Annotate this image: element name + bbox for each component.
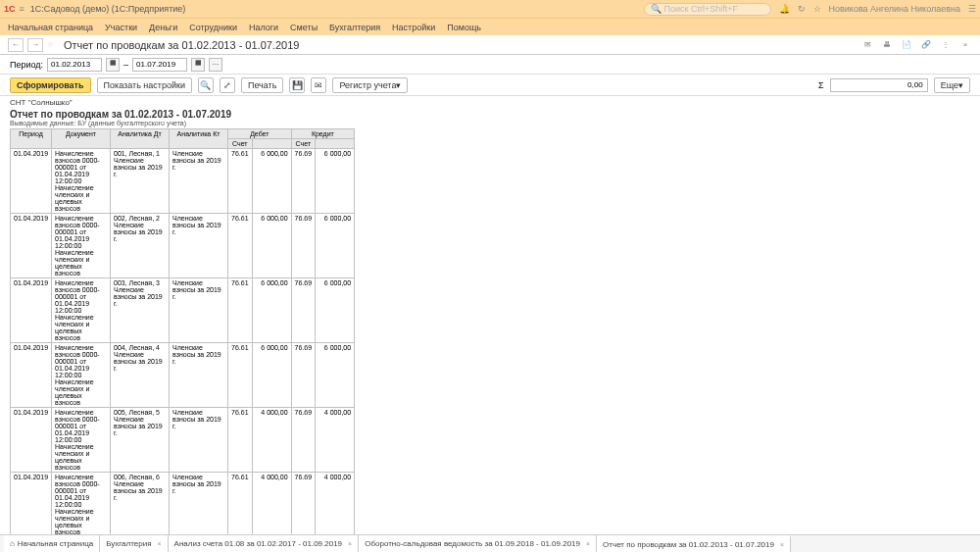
tab[interactable]: Начальная страница — [4, 535, 100, 552]
period-to-calendar-icon[interactable]: ▦ — [191, 58, 205, 72]
cell-acc-k: 76.69 — [291, 149, 316, 214]
cell-doc: Начисление взносов 0000-000001 от 01.04.… — [52, 149, 111, 214]
table-row[interactable]: 01.04.2019Начисление взносов 0000-000001… — [11, 408, 355, 473]
period-label: Период: — [10, 60, 43, 70]
table-row[interactable]: 01.04.2019Начисление взносов 0000-000001… — [11, 278, 355, 343]
page-title: Отчет по проводкам за 01.02.2013 - 01.07… — [64, 39, 299, 51]
cell-period: 01.04.2019 — [11, 214, 52, 278]
tab[interactable]: Отчет по проводкам за 01.02.2013 - 01.07… — [597, 535, 791, 552]
cell-amt-k: 6 000,00 — [316, 343, 355, 408]
print-button[interactable]: Печать — [241, 77, 283, 93]
close-icon[interactable]: × — [780, 541, 784, 548]
period-picker-icon[interactable]: … — [209, 58, 222, 72]
cell-amt-k: 6 000,00 — [316, 214, 355, 278]
cell-amt-d: 6 000,00 — [252, 278, 291, 343]
more-button[interactable]: Еще ▾ — [934, 77, 970, 93]
th-analytics-dt: Аналитика Дт — [111, 129, 170, 149]
favorite-icon[interactable] — [47, 40, 54, 49]
cell-doc: Начисление взносов 0000-000001 от 01.04.… — [52, 408, 111, 473]
form-button[interactable]: Сформировать — [10, 77, 91, 93]
report-org: СНТ "Солнышко" — [10, 98, 970, 107]
search-icon: 🔍 — [651, 4, 662, 14]
report-area[interactable]: СНТ "Солнышко" Отчет по проводкам за 01.… — [0, 96, 980, 534]
menu-estimates[interactable]: Сметы — [290, 23, 318, 32]
action-bar: Сформировать Показать настройки 🔍 ⤢ Печа… — [0, 75, 980, 96]
user-name[interactable]: Новикова Ангелина Николаевна — [829, 4, 960, 14]
email-icon[interactable]: ✉ — [860, 38, 874, 52]
chevron-down-icon: ▾ — [396, 80, 401, 90]
menu-icon[interactable]: ☰ — [968, 4, 976, 14]
close-icon[interactable]: × — [348, 540, 352, 547]
link-icon[interactable]: 🔗 — [919, 38, 933, 52]
cell-amt-d: 4 000,00 — [252, 408, 291, 473]
close-icon[interactable]: × — [586, 540, 590, 547]
history-icon[interactable]: ↻ — [798, 4, 806, 14]
cell-amt-k: 4 000,00 — [316, 473, 355, 535]
th-amt-k — [316, 139, 355, 149]
show-settings-button[interactable]: Показать настройки — [97, 77, 192, 93]
global-search[interactable]: 🔍 Поиск Ctrl+Shift+F — [644, 3, 771, 16]
table-row[interactable]: 01.04.2019Начисление взносов 0000-000001… — [11, 343, 355, 408]
menu-start[interactable]: Начальная страница — [8, 23, 93, 32]
cell-period: 01.04.2019 — [11, 343, 52, 408]
cell-doc: Начисление взносов 0000-000001 от 01.04.… — [52, 473, 111, 535]
find-button[interactable]: 🔍 — [198, 77, 214, 93]
th-acc-k: Счет — [291, 139, 316, 149]
cell-period: 01.04.2019 — [11, 408, 52, 473]
cell-amt-d: 6 000,00 — [252, 343, 291, 408]
save-button[interactable]: 💾 — [289, 77, 305, 93]
cell-amt-k: 6 000,00 — [316, 278, 355, 343]
report-title: Отчет по проводкам за 01.02.2013 - 01.07… — [10, 109, 970, 120]
search-placeholder: Поиск Ctrl+Shift+F — [664, 4, 738, 14]
table-row[interactable]: 01.04.2019Начисление взносов 0000-000001… — [11, 473, 355, 535]
export-icon[interactable]: 📄 — [900, 38, 913, 52]
menu-taxes[interactable]: Налоги — [249, 23, 278, 32]
table-row[interactable]: 01.04.2019Начисление взносов 0000-000001… — [11, 214, 355, 278]
forward-button[interactable]: → — [27, 38, 43, 52]
cell-acc-d: 76.61 — [228, 278, 253, 343]
th-credit: Кредит — [291, 129, 355, 139]
period-to-input[interactable] — [132, 58, 187, 72]
close-page-icon[interactable]: × — [958, 38, 972, 52]
tab[interactable]: Оборотно-сальдовая ведомость за 01.09.20… — [359, 535, 597, 552]
th-amt-d — [252, 139, 291, 149]
cell-acc-k: 76.69 — [291, 214, 316, 278]
menu-settings[interactable]: Настройки — [392, 23, 435, 32]
tab[interactable]: Анализ счета 01.08 за 01.02.2017 - 01.09… — [169, 535, 360, 552]
cell-amt-d: 4 000,00 — [252, 473, 291, 535]
th-acc-d: Счет — [228, 139, 253, 149]
cell-amt-k: 6 000,00 — [316, 149, 355, 214]
logo-icon: 1С — [4, 4, 16, 14]
th-period: Период — [11, 129, 52, 149]
close-icon[interactable]: × — [157, 540, 161, 547]
menu-accounting[interactable]: Бухгалтерия — [329, 23, 380, 32]
table-row[interactable]: 01.04.2019Начисление взносов 0000-000001… — [11, 149, 355, 214]
register-button[interactable]: Регистр учета ▾ — [332, 77, 408, 93]
sum-field[interactable] — [830, 78, 928, 92]
period-from-input[interactable] — [47, 58, 102, 72]
cell-amt-d: 6 000,00 — [252, 149, 291, 214]
menu-employees[interactable]: Сотрудники — [189, 23, 237, 32]
cell-doc: Начисление взносов 0000-000001 от 01.04.… — [52, 278, 111, 343]
period-from-calendar-icon[interactable]: ▦ — [106, 58, 120, 72]
expand-button[interactable]: ⤢ — [220, 77, 235, 93]
cell-acc-k: 76.69 — [291, 343, 316, 408]
menu-plots[interactable]: Участки — [105, 23, 137, 32]
mail-button[interactable]: ✉ — [311, 77, 326, 93]
more-icon[interactable]: ⋮ — [939, 38, 953, 52]
star-icon[interactable]: ☆ — [813, 4, 821, 14]
menu-money[interactable]: Деньги — [149, 23, 177, 32]
chevron-down-icon: ▾ — [958, 80, 963, 90]
tab[interactable]: Бухгалтерия× — [100, 535, 168, 552]
th-analytics-kt: Аналитика Кт — [170, 129, 228, 149]
cell-andt: 003, Лесная, 3 Членские взносы за 2019 г… — [111, 278, 170, 343]
back-button[interactable]: ← — [8, 38, 24, 52]
bell-icon[interactable]: 🔔 — [779, 4, 790, 14]
burger-icon[interactable]: ≡ — [20, 4, 24, 14]
cell-period: 01.04.2019 — [11, 278, 52, 343]
report-table: Период Документ Аналитика Дт Аналитика К… — [10, 128, 355, 534]
print-icon[interactable]: 🖶 — [880, 38, 894, 52]
cell-acc-d: 76.61 — [228, 149, 253, 214]
cell-acc-k: 76.69 — [291, 278, 316, 343]
menu-help[interactable]: Помощь — [447, 23, 481, 32]
